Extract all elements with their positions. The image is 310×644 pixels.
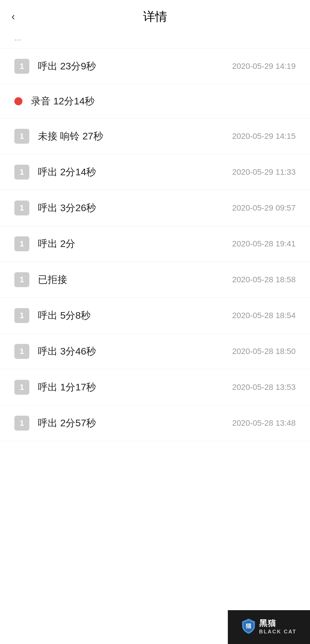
- recording-indicator: [14, 97, 22, 105]
- call-item[interactable]: 1 未接 响铃 27秒 2020-05-29 14:15: [0, 118, 310, 154]
- call-number-icon: 1: [14, 165, 29, 180]
- call-description: 已拒接: [38, 273, 232, 286]
- watermark-chinese: 黑猫: [259, 618, 297, 629]
- call-item[interactable]: 1 呼出 2分57秒 2020-05-28 13:48: [0, 405, 310, 441]
- header: ‹ 详情: [0, 0, 310, 30]
- watermark: 猫 黑猫 BLACK CAT: [228, 610, 310, 644]
- call-description: 呼出 5分8秒: [38, 309, 232, 322]
- call-number-icon: 1: [14, 272, 29, 287]
- call-item[interactable]: 1 呼出 5分8秒 2020-05-28 18:54: [0, 298, 310, 334]
- call-description: 呼出 23分9秒: [38, 60, 232, 73]
- call-number-icon: 1: [14, 201, 29, 215]
- svg-text:猫: 猫: [245, 623, 252, 629]
- call-number-icon: 1: [14, 344, 29, 359]
- page-title: 详情: [143, 9, 167, 25]
- call-description: 呼出 3分46秒: [38, 345, 232, 358]
- call-timestamp: 2020-05-29 14:15: [232, 132, 296, 141]
- call-item[interactable]: 录音 12分14秒: [0, 84, 310, 118]
- call-item[interactable]: 1 呼出 2分 2020-05-28 19:41: [0, 226, 310, 262]
- call-number-icon: 1: [14, 416, 29, 431]
- call-number-icon: 1: [14, 236, 29, 251]
- call-timestamp: 2020-05-29 14:19: [232, 62, 296, 71]
- call-timestamp: 2020-05-28 18:54: [232, 311, 296, 320]
- call-item[interactable]: 1 呼出 3分26秒 2020-05-29 09:57: [0, 190, 310, 226]
- call-description: 未接 响铃 27秒: [38, 130, 232, 143]
- call-number-icon: 1: [14, 59, 29, 74]
- call-number-icon: 1: [14, 380, 29, 395]
- call-timestamp: 2020-05-28 19:41: [232, 239, 296, 248]
- call-item[interactable]: 1 呼出 1分17秒 2020-05-28 13:53: [0, 369, 310, 405]
- call-description: 呼出 2分57秒: [38, 417, 232, 430]
- call-number-icon: 1: [14, 308, 29, 323]
- call-list: 1 呼出 23分9秒 2020-05-29 14:19 录音 12分14秒 1 …: [0, 48, 310, 441]
- call-number-icon: 1: [14, 129, 29, 144]
- call-description: 呼出 1分17秒: [38, 381, 232, 394]
- shield-icon: 猫: [241, 618, 256, 634]
- watermark-shield: 猫 黑猫 BLACK CAT: [241, 618, 297, 635]
- call-item[interactable]: 1 呼出 3分46秒 2020-05-28 18:50: [0, 334, 310, 369]
- watermark-text-group: 黑猫 BLACK CAT: [259, 618, 297, 635]
- call-description: 呼出 2分: [38, 237, 232, 250]
- call-description: 呼出 2分14秒: [38, 166, 232, 179]
- call-timestamp: 2020-05-28 13:53: [232, 383, 296, 392]
- call-timestamp: 2020-05-28 18:50: [232, 347, 296, 356]
- call-timestamp: 2020-05-29 11:33: [232, 168, 296, 177]
- call-timestamp: 2020-05-29 09:57: [232, 203, 296, 213]
- back-button[interactable]: ‹: [11, 11, 15, 22]
- call-item[interactable]: 1 呼出 23分9秒 2020-05-29 14:19: [0, 48, 310, 84]
- call-item[interactable]: 1 已拒接 2020-05-28 18:58: [0, 262, 310, 298]
- watermark-english: BLACK CAT: [259, 629, 297, 635]
- call-timestamp: 2020-05-28 18:58: [232, 275, 296, 284]
- call-timestamp: 2020-05-28 13:48: [232, 419, 296, 428]
- call-description: 录音 12分14秒: [31, 95, 296, 108]
- call-item[interactable]: 1 呼出 2分14秒 2020-05-29 11:33: [0, 154, 310, 190]
- truncated-indicator: ...: [0, 30, 310, 48]
- call-description: 呼出 3分26秒: [38, 201, 232, 215]
